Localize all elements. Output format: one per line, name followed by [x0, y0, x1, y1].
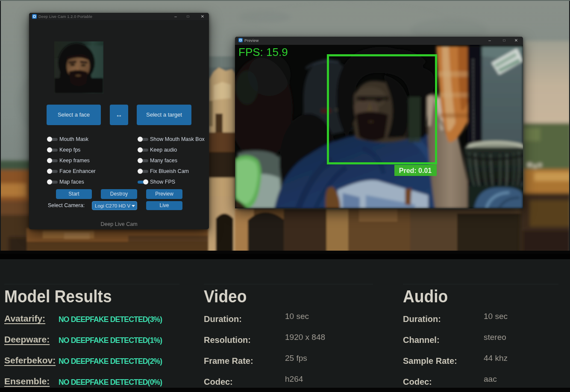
svg-text:FPS: 15.9: FPS: 15.9 [238, 46, 288, 59]
svg-text:Pred: 0.01: Pred: 0.01 [399, 167, 432, 174]
